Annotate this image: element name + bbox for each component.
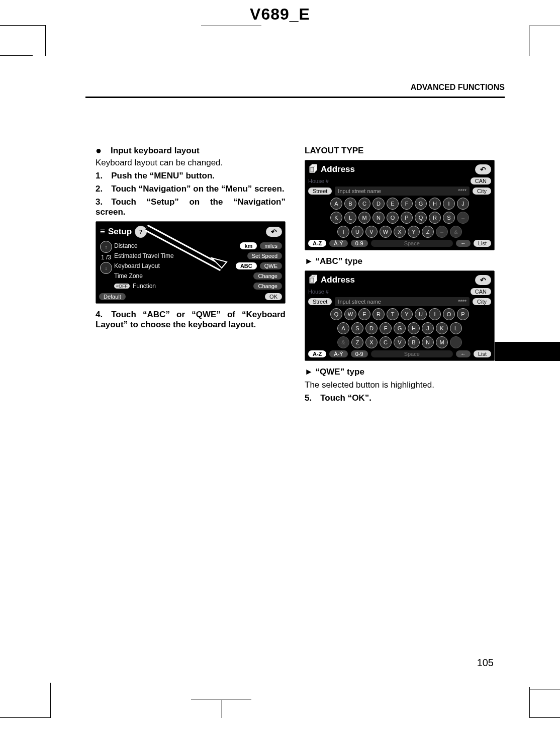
key-g[interactable]: G <box>394 322 406 334</box>
key-a[interactable]: A <box>330 198 342 210</box>
key-g[interactable]: G <box>415 198 427 210</box>
key-c[interactable]: C <box>358 198 370 210</box>
key-e[interactable]: E <box>387 198 399 210</box>
btn-space[interactable]: Space <box>371 240 453 247</box>
house-tab[interactable]: House # <box>308 178 468 184</box>
key-z[interactable]: Z <box>422 226 434 238</box>
btn-ok[interactable]: OK <box>265 293 282 300</box>
btn-can[interactable]: CAN <box>471 177 491 185</box>
btn-street[interactable]: Street <box>308 188 332 195</box>
key-l[interactable]: L <box>344 212 356 224</box>
back-button[interactable]: ↶ <box>475 275 491 285</box>
key-v[interactable]: V <box>365 226 378 238</box>
key-d[interactable]: D <box>365 322 378 334</box>
key-w[interactable]: W <box>344 308 356 320</box>
key-d[interactable]: D <box>372 198 385 210</box>
btn-accent[interactable]: À-Ý <box>329 350 347 357</box>
btn-miles[interactable]: miles <box>260 242 282 249</box>
key-h[interactable]: H <box>408 322 420 334</box>
btn-street[interactable]: Street <box>308 298 332 305</box>
key-amp[interactable]: & <box>337 336 349 348</box>
key-i[interactable]: I <box>443 198 455 210</box>
key-j[interactable]: J <box>457 198 469 210</box>
key-y[interactable]: Y <box>401 308 413 320</box>
btn-abc[interactable]: ABC <box>236 262 257 269</box>
street-input[interactable]: Input street name <box>338 299 381 305</box>
key-r[interactable]: R <box>372 308 385 320</box>
key-n[interactable]: N <box>372 212 385 224</box>
key-l[interactable]: L <box>450 322 462 334</box>
btn-backspace[interactable]: ← <box>456 240 471 247</box>
btn-default[interactable]: Default <box>99 293 126 300</box>
btn-az[interactable]: A-Z <box>308 350 326 357</box>
row-eta: Estimated Travel Time <box>114 252 244 259</box>
key-h[interactable]: H <box>429 198 441 210</box>
key-amp[interactable]: & <box>450 226 462 238</box>
btn-backspace[interactable]: ← <box>456 350 471 357</box>
key-j[interactable]: J <box>422 322 434 334</box>
scroll-down-icon[interactable]: ↓ <box>100 262 112 274</box>
key-s[interactable]: S <box>351 322 363 334</box>
key-c[interactable]: C <box>380 336 392 348</box>
key-x[interactable]: X <box>394 226 406 238</box>
key-w[interactable]: W <box>380 226 392 238</box>
key-b[interactable]: B <box>408 336 420 348</box>
btn-az[interactable]: A-Z <box>308 240 326 247</box>
key-p[interactable]: P <box>457 308 469 320</box>
key-m[interactable]: M <box>358 212 370 224</box>
back-button[interactable]: ↶ <box>266 227 282 237</box>
qwe-type-label: ► “QWE” type <box>305 367 495 377</box>
key-q[interactable]: Q <box>415 212 427 224</box>
back-button[interactable]: ↶ <box>475 164 491 174</box>
scroll-up-icon[interactable]: ↑ <box>100 241 112 253</box>
key-dim <box>450 336 462 348</box>
btn-city[interactable]: City <box>473 298 491 305</box>
btn-km[interactable]: km <box>240 242 257 249</box>
btn-setspeed[interactable]: Set Speed <box>247 252 282 259</box>
key-r[interactable]: R <box>429 212 441 224</box>
btn-change-tz[interactable]: Change <box>253 272 282 280</box>
btn-accent[interactable]: À-Ý <box>329 240 347 247</box>
btn-num[interactable]: 0-9 <box>351 350 368 357</box>
key-b[interactable]: B <box>344 198 356 210</box>
street-input[interactable]: Input street name <box>338 188 381 194</box>
key-y[interactable]: Y <box>408 226 420 238</box>
key-n[interactable]: N <box>422 336 434 348</box>
key-u[interactable]: U <box>415 308 427 320</box>
house-tab[interactable]: House # <box>308 289 468 295</box>
key-f[interactable]: F <box>380 322 392 334</box>
abc-type-label: ► “ABC” type <box>305 256 495 266</box>
btn-list[interactable]: List <box>474 350 491 357</box>
key-o[interactable]: O <box>443 308 455 320</box>
key-i[interactable]: I <box>429 308 441 320</box>
key-dash[interactable]: – <box>436 226 448 238</box>
key-v[interactable]: V <box>394 336 406 348</box>
btn-city[interactable]: City <box>473 188 491 195</box>
key-e[interactable]: E <box>358 308 370 320</box>
key-o[interactable]: O <box>387 212 399 224</box>
key-k[interactable]: K <box>330 212 342 224</box>
btn-change-func[interactable]: Change <box>253 283 282 290</box>
key-x[interactable]: X <box>365 336 378 348</box>
btn-qwe[interactable]: QWE <box>260 262 282 269</box>
key-f[interactable]: F <box>401 198 413 210</box>
help-icon[interactable]: ? <box>135 226 147 238</box>
highlight-note: The selected button is highlighted. <box>305 380 495 390</box>
key-u[interactable]: U <box>351 226 363 238</box>
key-p[interactable]: P <box>401 212 413 224</box>
key-s[interactable]: S <box>443 212 455 224</box>
btn-space[interactable]: Space <box>371 350 453 357</box>
row-timezone: Time Zone <box>114 272 250 280</box>
key-z[interactable]: Z <box>351 336 363 348</box>
btn-can[interactable]: CAN <box>471 288 491 295</box>
key-a[interactable]: A <box>337 322 349 334</box>
address-title: Address <box>321 164 355 174</box>
key-m[interactable]: M <box>436 336 448 348</box>
key-t[interactable]: T <box>337 226 349 238</box>
key-t[interactable]: T <box>387 308 399 320</box>
key-k[interactable]: K <box>436 322 448 334</box>
btn-num[interactable]: 0-9 <box>351 240 368 247</box>
btn-list[interactable]: List <box>474 240 491 247</box>
key-dash[interactable]: – <box>457 212 469 224</box>
key-q[interactable]: Q <box>330 308 342 320</box>
